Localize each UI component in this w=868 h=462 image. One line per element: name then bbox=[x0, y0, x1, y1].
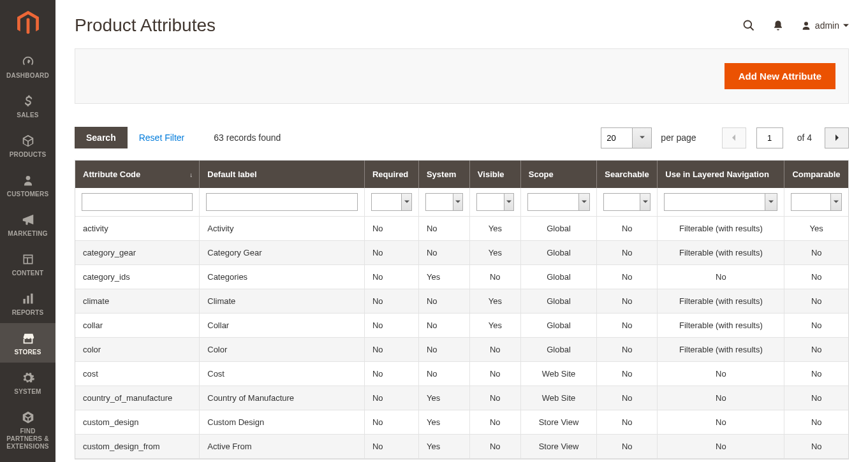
cell-label: Color bbox=[200, 338, 365, 362]
cell-scope: Global bbox=[520, 265, 597, 289]
table-row[interactable]: country_of_manufactureCountry of Manufac… bbox=[75, 386, 848, 410]
cell-visible: Yes bbox=[469, 289, 520, 314]
sidebar-item-system[interactable]: SYSTEM bbox=[0, 363, 55, 402]
admin-account-dropdown[interactable]: admin bbox=[801, 20, 849, 31]
cell-label: Country of Manufacture bbox=[200, 386, 365, 410]
reset-filter-link[interactable]: Reset Filter bbox=[139, 133, 185, 143]
cell-label: Cost bbox=[200, 362, 365, 386]
reports-icon bbox=[20, 291, 36, 307]
content-icon bbox=[20, 252, 36, 267]
filter-select-required[interactable] bbox=[371, 193, 402, 211]
cell-code: cost bbox=[75, 362, 200, 386]
filter-select-button-visible[interactable] bbox=[504, 193, 514, 211]
sidebar-item-sales[interactable]: SALES bbox=[0, 86, 55, 126]
column-header-scope[interactable]: Scope bbox=[520, 161, 597, 188]
per-page-select[interactable] bbox=[601, 127, 652, 148]
find-partners-icon bbox=[20, 410, 36, 425]
table-row[interactable]: custom_designCustom DesignNoYesNoStore V… bbox=[75, 410, 848, 435]
table-row[interactable]: custom_design_fromActive FromNoYesNoStor… bbox=[75, 435, 848, 459]
column-header-required[interactable]: Required bbox=[364, 161, 418, 188]
table-row[interactable]: costCostNoNoNoWeb SiteNoNoNo bbox=[75, 362, 848, 386]
filter-select-visible[interactable] bbox=[476, 193, 504, 211]
sidebar-item-products[interactable]: PRODUCTS bbox=[0, 126, 55, 165]
table-row[interactable]: colorColorNoNoNoGlobalNoFilterable (with… bbox=[75, 338, 848, 362]
column-header-code[interactable]: Attribute Code↓ bbox=[75, 161, 200, 188]
sidebar-item-dashboard[interactable]: DASHBOARD bbox=[0, 47, 55, 86]
cell-visible: No bbox=[469, 410, 520, 435]
column-header-label[interactable]: Default label bbox=[200, 161, 365, 188]
filter-select-button-comparable[interactable] bbox=[831, 193, 842, 211]
sidebar-item-label: FIND PARTNERS & EXTENSIONS bbox=[3, 428, 53, 451]
per-page-input[interactable] bbox=[601, 127, 633, 148]
table-row[interactable]: climateClimateNoNoYesGlobalNoFilterable … bbox=[75, 289, 848, 314]
cell-required: No bbox=[364, 314, 418, 338]
cell-layered: Filterable (with results) bbox=[658, 314, 784, 338]
table-row[interactable]: activityActivityNoNoYesGlobalNoFilterabl… bbox=[75, 217, 848, 241]
cell-scope: Store View bbox=[520, 410, 597, 435]
cell-layered: No bbox=[658, 362, 784, 386]
search-icon[interactable] bbox=[742, 19, 755, 32]
cell-scope: Global bbox=[520, 338, 597, 362]
cell-code: custom_design_from bbox=[75, 435, 200, 459]
filter-select-scope[interactable] bbox=[527, 193, 579, 211]
magento-logo[interactable] bbox=[0, 0, 55, 47]
filter-select-button-scope[interactable] bbox=[579, 193, 591, 211]
sidebar-item-label: PRODUCTS bbox=[10, 151, 47, 159]
column-header-layered[interactable]: Use in Layered Navigation bbox=[658, 161, 784, 188]
pager-prev-button[interactable] bbox=[722, 127, 746, 148]
column-header-searchable[interactable]: Searchable bbox=[597, 161, 658, 188]
filter-input-code[interactable] bbox=[82, 193, 193, 211]
column-header-comparable[interactable]: Comparable bbox=[784, 161, 848, 188]
cell-searchable: No bbox=[597, 362, 658, 386]
cell-comparable: No bbox=[784, 338, 848, 362]
sidebar-item-stores[interactable]: STORES bbox=[0, 323, 55, 363]
notifications-icon[interactable] bbox=[772, 19, 784, 32]
filter-select-button-layered[interactable] bbox=[765, 193, 778, 211]
filter-select-button-system[interactable] bbox=[453, 193, 463, 211]
sidebar-item-content[interactable]: CONTENT bbox=[0, 244, 55, 284]
sidebar-item-marketing[interactable]: MARKETING bbox=[0, 205, 55, 244]
sidebar-item-reports[interactable]: REPORTS bbox=[0, 284, 55, 323]
filter-cell-code bbox=[75, 188, 200, 217]
pager-current-input[interactable] bbox=[756, 127, 783, 148]
filter-cell-comparable bbox=[784, 188, 848, 217]
column-header-system[interactable]: System bbox=[418, 161, 469, 188]
column-header-visible[interactable]: Visible bbox=[469, 161, 520, 188]
cell-code: climate bbox=[75, 289, 200, 314]
cell-required: No bbox=[364, 410, 418, 435]
filter-select-searchable[interactable] bbox=[603, 193, 640, 211]
filter-select-button-searchable[interactable] bbox=[640, 193, 651, 211]
per-page-dropdown-button[interactable] bbox=[633, 127, 652, 148]
attributes-grid: Attribute Code↓Default labelRequiredSyst… bbox=[75, 160, 849, 459]
cell-searchable: No bbox=[597, 265, 658, 289]
cell-code: custom_design bbox=[75, 410, 200, 435]
cell-visible: Yes bbox=[469, 241, 520, 265]
filter-cell-required bbox=[364, 188, 418, 217]
search-button[interactable]: Search bbox=[75, 127, 128, 148]
cell-label: Custom Design bbox=[200, 410, 365, 435]
pager-next-button[interactable] bbox=[825, 127, 849, 148]
filter-select-comparable[interactable] bbox=[791, 193, 831, 211]
pager-total-label: of 4 bbox=[797, 133, 812, 143]
filter-select-system[interactable] bbox=[425, 193, 453, 211]
cell-system: Yes bbox=[418, 410, 469, 435]
table-row[interactable]: collarCollarNoNoYesGlobalNoFilterable (w… bbox=[75, 314, 848, 338]
add-new-attribute-button[interactable]: Add New Attribute bbox=[725, 63, 835, 89]
sidebar-item-customers[interactable]: CUSTOMERS bbox=[0, 165, 55, 205]
filter-select-layered[interactable] bbox=[664, 193, 765, 211]
cell-visible: No bbox=[469, 386, 520, 410]
cell-label: Climate bbox=[200, 289, 365, 314]
svg-rect-2 bbox=[27, 296, 29, 304]
sidebar-item-find-partners[interactable]: FIND PARTNERS & EXTENSIONS bbox=[0, 402, 55, 457]
table-row[interactable]: category_gearCategory GearNoNoYesGlobalN… bbox=[75, 241, 848, 265]
cell-required: No bbox=[364, 265, 418, 289]
cell-code: color bbox=[75, 338, 200, 362]
filter-input-label[interactable] bbox=[206, 193, 358, 211]
filter-select-button-required[interactable] bbox=[402, 193, 411, 211]
table-row[interactable]: category_idsCategoriesNoYesNoGlobalNoNoN… bbox=[75, 265, 848, 289]
cell-comparable: No bbox=[784, 435, 848, 459]
cell-comparable: Yes bbox=[784, 217, 848, 241]
toolbar-right: per page of 4 bbox=[601, 127, 849, 148]
svg-rect-3 bbox=[31, 294, 33, 304]
cell-searchable: No bbox=[597, 314, 658, 338]
